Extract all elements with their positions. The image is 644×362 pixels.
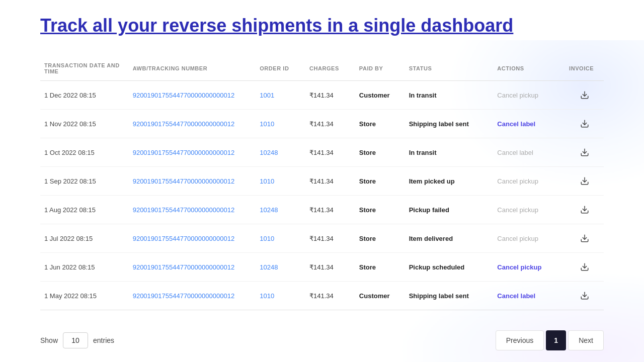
awb-link-3[interactable]: 9200190175544770000000000012: [133, 177, 234, 185]
cell-date-1: 1 Nov 2022 08:15: [40, 110, 129, 138]
download-icon-5[interactable]: [578, 231, 592, 245]
action-button-4: Cancel pickup: [497, 206, 538, 214]
cell-invoice-6: [565, 253, 604, 282]
cell-status-0: In transit: [405, 81, 494, 110]
action-button-5: Cancel pickup: [497, 235, 538, 242]
cell-invoice-5: [565, 224, 604, 253]
next-button[interactable]: Next: [568, 330, 604, 350]
table-row: 1 Oct 2022 08:15 92001901755447700000000…: [40, 138, 604, 167]
cell-action-5: Cancel pickup: [493, 224, 565, 253]
page-title: Track all your reverse shipments in a si…: [40, 15, 604, 36]
cell-paid-7: Customer: [355, 282, 405, 310]
order-link-3[interactable]: 1010: [260, 177, 274, 185]
awb-link-5[interactable]: 9200190175544770000000000012: [133, 235, 234, 242]
action-button-6[interactable]: Cancel pickup: [497, 263, 541, 271]
cell-charges-7: ₹141.34: [305, 282, 355, 310]
cell-awb-6: 9200190175544770000000000012: [129, 253, 256, 282]
cell-status-5: Item delivered: [405, 224, 494, 253]
cell-order-0: 1001: [256, 81, 305, 110]
order-link-5[interactable]: 1010: [260, 235, 274, 242]
cell-charges-4: ₹141.34: [305, 196, 355, 224]
cell-paid-5: Store: [355, 224, 405, 253]
cell-awb-1: 9200190175544770000000000012: [129, 110, 256, 138]
cell-action-3: Cancel pickup: [493, 167, 565, 196]
col-header-paid: PAID BY: [355, 56, 405, 81]
cell-paid-3: Store: [355, 167, 405, 196]
cell-action-0: Cancel pickup: [493, 81, 565, 110]
cell-date-3: 1 Sep 2022 08:15: [40, 167, 129, 196]
download-icon-4[interactable]: [578, 203, 592, 217]
cell-order-7: 1010: [256, 282, 305, 310]
download-icon-2[interactable]: [578, 145, 592, 159]
action-button-0: Cancel pickup: [497, 92, 538, 99]
awb-link-0[interactable]: 9200190175544770000000000012: [133, 92, 234, 99]
cell-status-3: Item picked up: [405, 167, 494, 196]
page-1-button[interactable]: 1: [546, 330, 566, 350]
awb-link-1[interactable]: 9200190175544770000000000012: [133, 120, 234, 128]
cell-paid-0: Customer: [355, 81, 405, 110]
cell-awb-3: 9200190175544770000000000012: [129, 167, 256, 196]
awb-link-6[interactable]: 9200190175544770000000000012: [133, 263, 234, 271]
action-button-1[interactable]: Cancel label: [497, 120, 535, 128]
table-row: 1 Aug 2022 08:15 92001901755447700000000…: [40, 196, 604, 224]
cell-paid-4: Store: [355, 196, 405, 224]
cell-invoice-2: [565, 138, 604, 167]
cell-status-6: Pickup scheduled: [405, 253, 494, 282]
cell-action-7[interactable]: Cancel label: [493, 282, 565, 310]
table-row: 1 Sep 2022 08:15 92001901755447700000000…: [40, 167, 604, 196]
action-button-2: Cancel label: [497, 149, 533, 156]
cell-date-4: 1 Aug 2022 08:15: [40, 196, 129, 224]
show-label: Show: [40, 336, 58, 344]
cell-awb-0: 9200190175544770000000000012: [129, 81, 256, 110]
order-link-0[interactable]: 1001: [260, 92, 274, 99]
cell-paid-2: Store: [355, 138, 405, 167]
cell-date-7: 1 May 2022 08:15: [40, 282, 129, 310]
download-icon-6[interactable]: [578, 260, 592, 274]
action-button-7[interactable]: Cancel label: [497, 292, 535, 300]
download-icon-3[interactable]: [578, 174, 592, 188]
entries-label: entries: [93, 336, 114, 344]
cell-invoice-4: [565, 196, 604, 224]
cell-charges-5: ₹141.34: [305, 224, 355, 253]
cell-action-4: Cancel pickup: [493, 196, 565, 224]
cell-charges-6: ₹141.34: [305, 253, 355, 282]
awb-link-4[interactable]: 9200190175544770000000000012: [133, 206, 234, 214]
col-header-invoice: INVOICE: [565, 56, 604, 81]
cell-charges-3: ₹141.34: [305, 167, 355, 196]
table-row: 1 Jul 2022 08:15 92001901755447700000000…: [40, 224, 604, 253]
cell-order-1: 1010: [256, 110, 305, 138]
order-link-6[interactable]: 10248: [260, 263, 278, 271]
order-link-2[interactable]: 10248: [260, 149, 278, 156]
awb-link-2[interactable]: 9200190175544770000000000012: [133, 149, 234, 156]
col-header-order: ORDER ID: [256, 56, 305, 81]
table-row: 1 Nov 2022 08:15 92001901755447700000000…: [40, 110, 604, 138]
cell-order-6: 10248: [256, 253, 305, 282]
order-link-1[interactable]: 1010: [260, 120, 274, 128]
cell-awb-2: 9200190175544770000000000012: [129, 138, 256, 167]
entries-input[interactable]: [63, 332, 88, 348]
cell-action-2: Cancel label: [493, 138, 565, 167]
cell-action-6[interactable]: Cancel pickup: [493, 253, 565, 282]
download-icon-0[interactable]: [578, 88, 592, 102]
cell-order-2: 10248: [256, 138, 305, 167]
shipments-table: TRANSACTION DATE AND TIME AWB/TRACKING N…: [40, 56, 604, 310]
previous-button[interactable]: Previous: [496, 330, 544, 350]
cell-invoice-7: [565, 282, 604, 310]
cell-date-5: 1 Jul 2022 08:15: [40, 224, 129, 253]
table-row: 1 Jun 2022 08:15 92001901755447700000000…: [40, 253, 604, 282]
cell-invoice-3: [565, 167, 604, 196]
download-icon-1[interactable]: [578, 117, 592, 131]
cell-status-4: Pickup failed: [405, 196, 494, 224]
cell-paid-6: Store: [355, 253, 405, 282]
action-button-3: Cancel pickup: [497, 177, 538, 185]
cell-action-1[interactable]: Cancel label: [493, 110, 565, 138]
cell-awb-4: 9200190175544770000000000012: [129, 196, 256, 224]
table-row: 1 Dec 2022 08:15 92001901755447700000000…: [40, 81, 604, 110]
pagination-buttons: Previous 1 Next: [496, 330, 604, 350]
cell-date-2: 1 Oct 2022 08:15: [40, 138, 129, 167]
order-link-7[interactable]: 1010: [260, 292, 274, 300]
order-link-4[interactable]: 10248: [260, 206, 278, 214]
awb-link-7[interactable]: 9200190175544770000000000012: [133, 292, 234, 300]
download-icon-7[interactable]: [578, 289, 592, 303]
cell-charges-1: ₹141.34: [305, 110, 355, 138]
